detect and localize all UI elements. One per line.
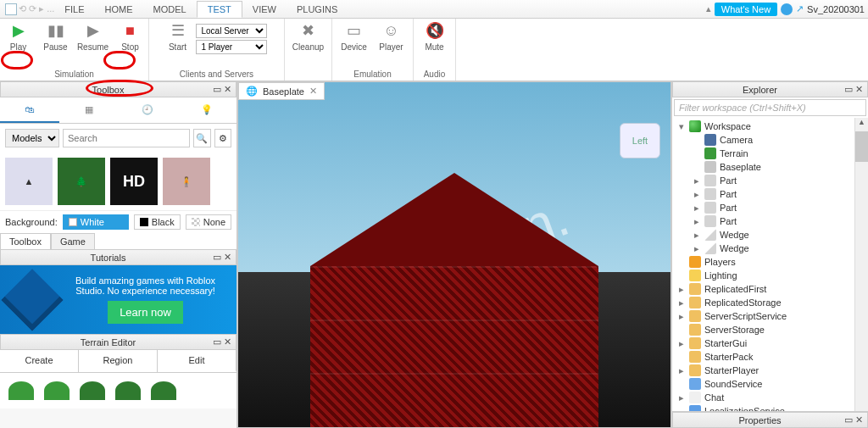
learn-now-button[interactable]: Learn now (108, 301, 183, 324)
tree-node[interactable]: ▸StarterPlayer (672, 364, 868, 377)
toolbox-tab-inventory[interactable]: ▦ (59, 97, 119, 123)
tutorials-icon (1, 269, 64, 331)
tab-home[interactable]: HOME (95, 2, 143, 17)
share-icon[interactable]: ↗ (796, 3, 804, 14)
undock-icon[interactable]: ▭ (212, 84, 222, 95)
house-model (310, 173, 598, 427)
ribbon: ▶Play ▮▮Pause ▶Resume ■Stop Simulation ☰… (0, 19, 868, 81)
tree-node[interactable]: ServerStorage (672, 323, 868, 336)
tree-node[interactable]: ▸Wedge (672, 242, 868, 255)
tree-node[interactable]: Camera (672, 133, 868, 147)
tree-node[interactable]: ▸StarterGui (672, 336, 868, 350)
viewport-tab[interactable]: 🌐 Baseplate ✕ (238, 82, 325, 100)
tree-node[interactable]: ▸Wedge (672, 228, 868, 242)
scrollbar[interactable]: ▲ (854, 118, 868, 411)
asset-item[interactable]: ▲ (5, 158, 53, 205)
right-panel: Explorer▭✕ Filter workspace (Ctrl+Shift+… (671, 81, 868, 428)
globe-icon: 🌐 (246, 86, 258, 97)
tutorials-header[interactable]: Tutorials▭✕ (0, 249, 236, 265)
group-audio-label: Audio (414, 69, 455, 79)
terrain-header[interactable]: Terrain Editor▭✕ (0, 334, 236, 350)
terrain-tool[interactable] (80, 381, 105, 400)
bg-none[interactable]: None (186, 214, 231, 230)
pause-button[interactable]: ▮▮Pause (39, 20, 73, 52)
subtab-toolbox[interactable]: Toolbox (0, 233, 51, 249)
tree-node[interactable]: ▾Workspace (672, 120, 868, 133)
tutorials-text: Build amazing games with Roblox Studio. … (64, 275, 226, 296)
terrain-tool[interactable] (44, 381, 70, 400)
username-label[interactable]: Sv_20200301 (807, 4, 865, 14)
asset-grid: ▲ 🌲 HD 🧍 (0, 153, 236, 210)
group-emulation-label: Emulation (332, 69, 413, 79)
properties-header[interactable]: Properties▭✕ (672, 412, 868, 428)
players-select[interactable]: 1 Player (196, 40, 267, 54)
tree-node[interactable]: ▸ReplicatedFirst (672, 282, 868, 296)
explorer-header[interactable]: Explorer▭✕ (672, 81, 868, 97)
tree-node[interactable]: Players (672, 255, 868, 269)
filter-input[interactable]: Filter workspace (Ctrl+Shift+X) (674, 99, 866, 116)
app-icon (5, 3, 17, 15)
start-button[interactable]: ☰Start (165, 20, 191, 58)
search-icon[interactable]: 🔍 (193, 129, 211, 147)
bg-white[interactable]: White (63, 214, 129, 230)
tree-node[interactable]: ▸ServerScriptService (672, 309, 868, 323)
bg-black[interactable]: Black (134, 214, 181, 230)
asset-item[interactable]: 🧍 (163, 158, 210, 205)
tree-node[interactable]: ▸Part (672, 187, 868, 201)
terrain-tab-create[interactable]: Create (0, 350, 79, 372)
tree-node[interactable]: ▸ReplicatedStorage (672, 296, 868, 309)
view-cube[interactable]: Left (620, 123, 660, 158)
stop-button[interactable]: ■Stop (114, 20, 147, 52)
close-icon[interactable]: ✕ (309, 86, 317, 97)
tree-node[interactable]: StarterPack (672, 350, 868, 364)
viewport[interactable]: 🌐 Baseplate ✕ Left robloxfan. (237, 81, 671, 428)
tab-model[interactable]: MODEL (143, 2, 197, 17)
search-input[interactable] (63, 129, 190, 147)
tree-node[interactable]: ▸Part (672, 174, 868, 187)
tree-node[interactable]: SoundService (672, 377, 868, 391)
tutorials-card: Build amazing games with Roblox Studio. … (0, 265, 236, 334)
cleanup-button[interactable]: ✖Cleanup (292, 20, 326, 52)
toolbox-tab-ideas[interactable]: 💡 (177, 97, 236, 123)
tree-node[interactable]: ▸Chat (672, 391, 868, 404)
tree-node[interactable]: Terrain (672, 147, 868, 160)
device-button[interactable]: ▭Device (337, 20, 371, 52)
subtab-game[interactable]: Game (51, 233, 95, 249)
group-simulation-label: Simulation (0, 69, 148, 79)
mute-button[interactable]: 🔇Mute (418, 20, 452, 52)
category-select[interactable]: Models (5, 129, 59, 147)
explorer-tree[interactable]: ▲ ▾WorkspaceCameraTerrainBaseplate▸Part▸… (672, 118, 868, 411)
close-icon[interactable]: ✕ (222, 84, 232, 95)
whats-new-button[interactable]: What's New (715, 3, 777, 16)
terrain-tab-edit[interactable]: Edit (158, 350, 236, 372)
terrain-tool[interactable] (151, 381, 176, 400)
asset-item[interactable]: 🌲 (58, 158, 105, 205)
tab-test[interactable]: TEST (197, 1, 242, 18)
toolbox-tab-shop[interactable]: 🛍 (0, 97, 59, 123)
tab-plugins[interactable]: PLUGINS (287, 2, 348, 17)
tab-file[interactable]: FILE (54, 2, 94, 17)
tree-node[interactable]: Lighting (672, 269, 868, 282)
toolbox-header[interactable]: Toolbox ▭ ✕ (0, 81, 236, 97)
toolbox-tab-recent[interactable]: 🕘 (119, 97, 178, 123)
play-button[interactable]: ▶Play (2, 20, 36, 52)
settings-icon[interactable]: ⚙ (214, 129, 232, 147)
bg-label: Background: (5, 217, 58, 227)
tree-node[interactable]: LocalizationService (672, 404, 868, 411)
tree-node[interactable]: ▸Part (672, 201, 868, 214)
tree-node[interactable]: ▸Part (672, 214, 868, 228)
left-panel: Toolbox ▭ ✕ 🛍 ▦ 🕘 💡 Models 🔍 ⚙ ▲ 🌲 HD 🧍 … (0, 81, 237, 428)
terrain-tool[interactable] (8, 381, 34, 400)
terrain-tab-region[interactable]: Region (79, 350, 158, 372)
server-select[interactable]: Local Server (196, 24, 267, 38)
resume-button[interactable]: ▶Resume (76, 20, 110, 52)
help-icon[interactable] (781, 3, 793, 15)
group-cs-label: Clients and Servers (149, 69, 284, 79)
tree-node[interactable]: Baseplate (672, 160, 868, 174)
player-button[interactable]: ☺Player (375, 20, 409, 52)
menu-tabs: ⟲ ⟳ ▸ ... FILE HOME MODEL TEST VIEW PLUG… (0, 0, 868, 19)
collapse-ribbon-icon[interactable]: ▴ (706, 3, 711, 14)
tab-view[interactable]: VIEW (242, 2, 287, 17)
asset-item[interactable]: HD (110, 158, 158, 205)
terrain-tool[interactable] (115, 381, 141, 400)
